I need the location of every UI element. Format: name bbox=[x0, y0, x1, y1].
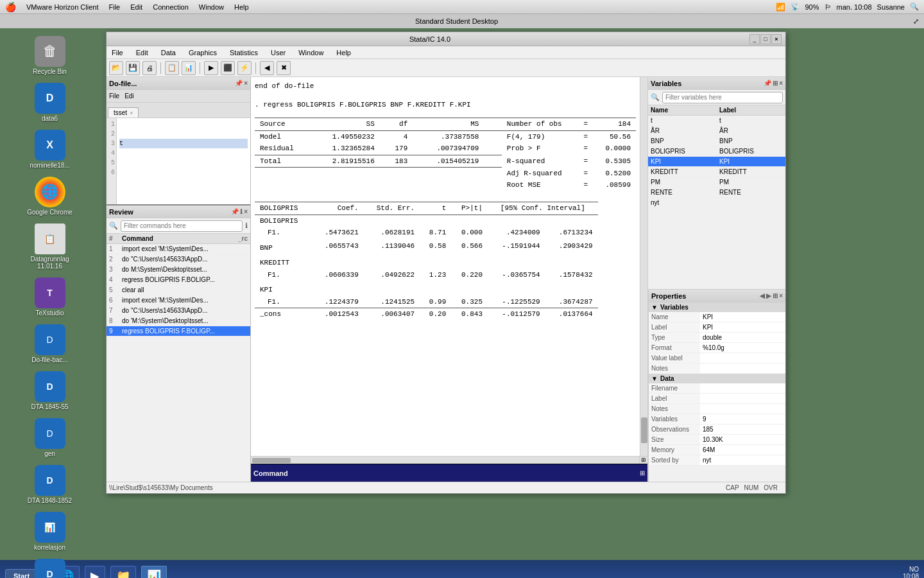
review-info-icon[interactable]: ℹ bbox=[245, 222, 248, 230]
korrelasjon-icon[interactable]: 📊 korrelasjon bbox=[5, 509, 94, 554]
prop-variables-header[interactable]: ▼ Variables bbox=[649, 302, 785, 312]
forward-btn[interactable]: ✖ bbox=[277, 61, 291, 75]
prop-back-btn[interactable]: ◀ bbox=[760, 292, 765, 299]
dta-1845-icon[interactable]: D DTA 1845-55 bbox=[5, 369, 94, 413]
prop-resize-btn[interactable]: ⊞ bbox=[773, 292, 778, 299]
stata-taskbar-btn[interactable]: 📊 bbox=[141, 566, 167, 579]
stata-data-menu[interactable]: Data bbox=[158, 48, 178, 58]
stata-window-menu[interactable]: Window bbox=[296, 48, 326, 58]
command-icon[interactable]: ⊞ bbox=[640, 469, 645, 477]
help-menu[interactable]: Help bbox=[234, 3, 249, 11]
coef-cons-se: .0063407 bbox=[364, 308, 420, 320]
stata-graphics-menu[interactable]: Graphics bbox=[186, 48, 219, 58]
break-btn[interactable]: ⚡ bbox=[237, 61, 252, 75]
mac-menubar: 🍎 VMware Horizon Client File Edit Connec… bbox=[0, 0, 924, 14]
log-btn[interactable]: 📋 bbox=[165, 61, 179, 75]
coef-kpi-f1-coef: .1224379 bbox=[312, 296, 364, 308]
dofile-file-menu[interactable]: File bbox=[109, 92, 119, 100]
data6-icon[interactable]: D data6 bbox=[5, 80, 94, 125]
window-menu[interactable]: Window bbox=[199, 3, 224, 11]
list-item[interactable]: KPI KPI bbox=[648, 157, 785, 167]
nominelle18-icon[interactable]: X nominelle18... bbox=[5, 127, 94, 171]
save-btn[interactable]: 💾 bbox=[126, 61, 140, 75]
stata-help-menu[interactable]: Help bbox=[334, 48, 354, 58]
table-row[interactable]: 2 do "C:\Users\s145633\AppD... bbox=[107, 254, 250, 265]
output-resize-btn[interactable]: ⊞ bbox=[639, 457, 647, 464]
reg-header-eq: = bbox=[581, 118, 593, 131]
review-info-btn[interactable]: ℹ bbox=[240, 208, 243, 215]
data4-icon[interactable]: D data4 bbox=[5, 556, 94, 578]
stata-edit-menu[interactable]: Edit bbox=[133, 48, 151, 58]
list-item[interactable]: nyt bbox=[648, 198, 785, 208]
table-row[interactable]: 5 clear all bbox=[107, 285, 250, 295]
file-menu[interactable]: File bbox=[108, 3, 120, 11]
list-item[interactable]: t t bbox=[648, 116, 785, 126]
graph-btn[interactable]: 📊 bbox=[182, 61, 196, 75]
dofile-bac-icon[interactable]: D Do-file-bac... bbox=[5, 322, 94, 366]
table-row[interactable]: 9 regress BOLIGPRIS F.BOLIGP... bbox=[107, 326, 250, 337]
h-scrollbar-track[interactable] bbox=[252, 458, 638, 463]
var-resize-btn[interactable]: ⊞ bbox=[773, 80, 778, 87]
scrollbar-thumb[interactable] bbox=[641, 417, 647, 443]
tsset-tab[interactable]: tsset × bbox=[108, 107, 139, 118]
vmware-menu[interactable]: VMware Horizon Client bbox=[26, 3, 98, 11]
prop-close-btn[interactable]: × bbox=[779, 292, 783, 299]
list-item[interactable]: PM PM bbox=[648, 177, 785, 188]
cmd-text-cell: do 'M:\System\Desktop\tsset... bbox=[119, 316, 235, 326]
review-close-btn[interactable]: × bbox=[244, 208, 248, 215]
maximize-button[interactable]: □ bbox=[760, 34, 771, 44]
gen-icon[interactable]: D gen bbox=[5, 416, 94, 460]
close-button[interactable]: × bbox=[771, 34, 782, 44]
stop-btn[interactable]: ⬛ bbox=[221, 61, 235, 75]
variables-search-input[interactable] bbox=[662, 92, 783, 103]
recycle-bin-icon[interactable]: 🗑 Recycle Bin bbox=[5, 33, 94, 78]
datagrunnlag-icon[interactable]: 📋 Datagrunnlag 11.01.16 bbox=[5, 221, 94, 272]
dofile-edit-menu[interactable]: Edi bbox=[124, 92, 133, 100]
dofile-close-btn[interactable]: × bbox=[244, 80, 248, 87]
print-btn[interactable]: 🖨 bbox=[142, 61, 157, 75]
h-scrollbar-thumb[interactable] bbox=[252, 458, 291, 463]
folder-taskbar-btn[interactable]: 📁 bbox=[110, 566, 136, 578]
connection-menu[interactable]: Connection bbox=[153, 3, 189, 11]
back-btn[interactable]: ◀ bbox=[260, 61, 274, 75]
prop-forward-btn[interactable]: ▶ bbox=[766, 292, 771, 299]
list-item[interactable]: BNP BNP bbox=[648, 136, 785, 146]
open-btn[interactable]: 📂 bbox=[109, 61, 123, 75]
review-pin-btn[interactable]: 📌 bbox=[231, 208, 239, 215]
table-row[interactable]: 4 regress BOLIGPRIS F.BOLIGP... bbox=[107, 275, 250, 285]
list-item[interactable]: RENTE RENTE bbox=[648, 188, 785, 198]
table-row[interactable]: 6 import excel 'M:\System\Des... bbox=[107, 295, 250, 306]
stata-statistics-menu[interactable]: Statistics bbox=[227, 48, 261, 58]
left-panels: Do-file... 📌 × File Edi bbox=[107, 77, 251, 482]
texstudio-icon[interactable]: T TeXstudio bbox=[5, 275, 94, 319]
list-item[interactable]: BOLIGPRIS BOLIGPRIS bbox=[648, 146, 785, 157]
review-search-input[interactable] bbox=[121, 220, 243, 232]
google-chrome-icon[interactable]: 🌐 Google Chrome bbox=[5, 174, 94, 218]
apple-menu[interactable]: 🍎 bbox=[5, 2, 16, 12]
table-row[interactable]: 7 do "C:\Users\s145633\AppD... bbox=[107, 306, 250, 316]
tsset-tab-close[interactable]: × bbox=[130, 110, 133, 116]
table-row[interactable]: 8 do 'M:\System\Desktop\tsset... bbox=[107, 316, 250, 326]
list-item[interactable]: KREDITT KREDITT bbox=[648, 167, 785, 177]
var-pin-btn[interactable]: 📌 bbox=[764, 80, 771, 87]
var-close-btn[interactable]: × bbox=[779, 80, 783, 87]
stata-user-menu[interactable]: User bbox=[268, 48, 288, 58]
stata-file-menu[interactable]: File bbox=[109, 48, 126, 58]
output-text-area[interactable]: end of do-file . regress BOLIGPRIS F.BOL… bbox=[251, 77, 640, 456]
desktop-resize-icon[interactable]: ⤢ bbox=[913, 17, 919, 26]
list-item[interactable]: ÅR ÅR bbox=[648, 126, 785, 136]
minimize-button[interactable]: _ bbox=[749, 34, 760, 44]
reg-resid-df: 179 bbox=[385, 143, 413, 155]
cmd-rc-header: _rc bbox=[235, 234, 250, 244]
var-name-cell: nyt bbox=[648, 198, 717, 208]
prop-data-header[interactable]: ▼ Data bbox=[649, 374, 785, 383]
output-scrollbar[interactable] bbox=[640, 77, 647, 456]
table-row[interactable]: 1 import excel 'M:\System\Des... bbox=[107, 244, 250, 254]
dofile-pin-btn[interactable]: 📌 bbox=[235, 80, 243, 87]
dofile-code[interactable]: t bbox=[117, 118, 250, 204]
search-icon[interactable]: 🔍 bbox=[910, 3, 919, 11]
do-btn[interactable]: ▶ bbox=[204, 61, 218, 75]
dta-1848-icon[interactable]: D DTA 1848-1852 bbox=[5, 462, 94, 507]
table-row[interactable]: 3 do M:\System\Desktop\tsset... bbox=[107, 265, 250, 275]
edit-menu[interactable]: Edit bbox=[130, 3, 142, 11]
